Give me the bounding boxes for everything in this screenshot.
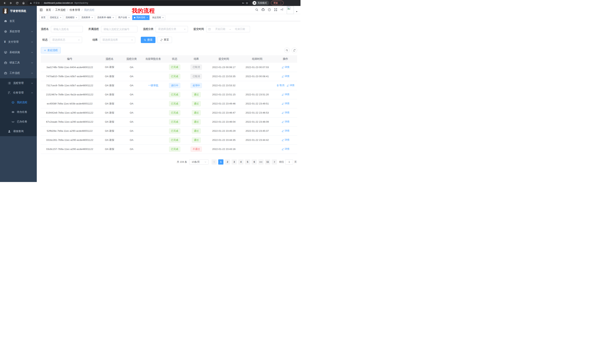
- security-label[interactable]: 不安全: [33, 1, 40, 5]
- close-icon[interactable]: ×: [147, 16, 148, 19]
- close-icon[interactable]: ×: [128, 16, 130, 19]
- page-button-3[interactable]: 3: [232, 159, 237, 164]
- refresh-icon: [160, 39, 163, 41]
- prev-page-button[interactable]: [211, 159, 217, 164]
- submit-time-range[interactable]: 开始日期 - 结束日期: [206, 26, 250, 32]
- process-name-input[interactable]: [51, 26, 83, 32]
- navbar-actions: ?: [255, 6, 298, 14]
- github-icon[interactable]: [261, 8, 265, 11]
- url-bar[interactable]: 不安全 dashboard.yudao.iocoder.cn/bpm/task/…: [28, 1, 250, 5]
- home-icon[interactable]: [21, 1, 26, 5]
- page-button-1[interactable]: 1: [218, 159, 223, 164]
- goto-page-input[interactable]: [285, 159, 293, 164]
- update-button[interactable]: 更新 ⋮: [271, 1, 284, 5]
- page-button-5[interactable]: 5: [245, 159, 250, 164]
- gear-icon: [4, 30, 7, 33]
- action-detail[interactable]: 详情: [281, 138, 289, 142]
- logo[interactable]: 芋道管理系统: [0, 6, 37, 16]
- help-icon[interactable]: ?: [268, 8, 271, 11]
- bookmark-star-icon[interactable]: [246, 2, 248, 4]
- action-detail[interactable]: 详情: [281, 66, 289, 69]
- browser-menu-icon[interactable]: ⋮: [280, 2, 282, 4]
- close-icon[interactable]: ×: [91, 16, 93, 19]
- sidebar-item-system[interactable]: 系统管理: [0, 26, 37, 37]
- sidebar-item-infra[interactable]: 基础设施: [0, 47, 37, 57]
- next-page-button[interactable]: [272, 159, 277, 164]
- process-definition-input[interactable]: [101, 26, 137, 32]
- font-size-icon[interactable]: [280, 8, 284, 11]
- sidebar-item-payment[interactable]: ¥支付管理: [0, 37, 37, 47]
- sidebar-item-done-task[interactable]: 已办任务: [0, 117, 37, 126]
- page-button-4[interactable]: 4: [238, 159, 243, 164]
- close-icon[interactable]: ×: [112, 16, 114, 19]
- action-detail[interactable]: 详情: [287, 84, 294, 87]
- start-date-placeholder[interactable]: 开始日期: [212, 28, 228, 31]
- sidebar-item-workflow[interactable]: 工作流程: [0, 68, 37, 78]
- breadcrumb-item[interactable]: 首页: [46, 8, 51, 12]
- reload-icon[interactable]: [15, 1, 19, 5]
- category-select[interactable]: 请选择流程分类: [156, 26, 188, 32]
- tab-流程表单[interactable]: 流程表单×: [80, 15, 95, 20]
- result-select[interactable]: 请选择流结果: [100, 37, 135, 43]
- create-process-button[interactable]: 发起流程: [41, 47, 61, 53]
- close-icon[interactable]: ×: [76, 16, 77, 19]
- table-row: 3ad174fb-7b9d-11ec-8404-acde48001122OA 请…: [41, 63, 297, 72]
- page-button-11[interactable]: 11: [265, 159, 270, 164]
- more-pages-button[interactable]: •••: [258, 159, 263, 164]
- fullscreen-icon[interactable]: [274, 8, 277, 11]
- column-header: 流程名: [99, 55, 121, 63]
- sidebar-item-process-mgmt[interactable]: 流程管理: [0, 78, 37, 88]
- action-detail[interactable]: 详情: [281, 75, 289, 78]
- filter-definition-label: 所属流程: [88, 28, 99, 31]
- action-detail[interactable]: 详情: [281, 102, 289, 105]
- search-button[interactable]: 搜索: [141, 37, 155, 43]
- page-button-2[interactable]: 2: [225, 159, 230, 164]
- total-count: 共 104 条: [177, 160, 187, 164]
- yen-icon: ¥: [4, 40, 8, 44]
- action-detail[interactable]: 详情: [281, 120, 289, 123]
- tab-流程模型[interactable]: 流程模型×: [64, 15, 79, 20]
- tab-用户分组[interactable]: 用户分组×: [116, 15, 131, 20]
- action-detail[interactable]: 详情: [281, 93, 289, 96]
- back-icon[interactable]: [2, 1, 7, 5]
- cell-end-time: 2022-01-22 23:49:51: [240, 99, 274, 108]
- end-date-placeholder[interactable]: 结束日期: [232, 28, 248, 31]
- breadcrumb-item[interactable]: 工作流程: [55, 8, 66, 12]
- cell-task: 一级审批: [143, 81, 164, 90]
- sidebar-item-task-mgmt[interactable]: 任务管理: [0, 88, 37, 98]
- refresh-table-button[interactable]: [291, 48, 297, 53]
- tab-我的流程[interactable]: 我的流程×: [132, 15, 150, 20]
- close-icon[interactable]: ×: [60, 16, 61, 19]
- robot-icon: [11, 101, 14, 104]
- sidebar-item-home[interactable]: 首页: [0, 16, 37, 26]
- action-detail[interactable]: 详情: [281, 129, 289, 133]
- chevron-down-icon: [31, 62, 33, 64]
- page-button-6[interactable]: 6: [252, 159, 257, 164]
- sidebar-item-devtools[interactable]: 研发工具: [0, 57, 37, 68]
- tab-流程表单-编辑[interactable]: 流程表单-编辑×: [95, 15, 116, 20]
- tab-流程定义[interactable]: 流程定义×: [48, 15, 63, 20]
- collapse-menu-icon[interactable]: [39, 8, 43, 12]
- close-icon[interactable]: ×: [162, 16, 164, 19]
- avatar[interactable]: [287, 6, 294, 14]
- caret-down-icon[interactable]: [296, 11, 298, 12]
- show-search-button[interactable]: [284, 48, 290, 53]
- cell-submit-time: 2022-01-22 23:53:32: [207, 81, 240, 90]
- tab-首页[interactable]: 首页: [39, 15, 47, 20]
- action-cancel[interactable]: 取消: [277, 84, 284, 87]
- edit-icon: [281, 130, 284, 132]
- reset-button[interactable]: 重置: [157, 37, 172, 43]
- key-icon[interactable]: [242, 2, 244, 4]
- sidebar-item-todo-task[interactable]: 待办任务: [0, 107, 37, 117]
- action-detail[interactable]: 详情: [281, 111, 289, 114]
- status-select[interactable]: 请选择状态: [50, 37, 82, 43]
- forward-icon[interactable]: [9, 1, 13, 5]
- sidebar-item-leave-query[interactable]: 请假查询: [0, 126, 37, 136]
- page-size-select[interactable]: 10条/页: [189, 159, 209, 164]
- sidebar-item-my-process[interactable]: 我的流程: [0, 98, 37, 107]
- breadcrumb-item[interactable]: 任务管理: [70, 8, 80, 12]
- search-icon[interactable]: [255, 8, 258, 11]
- tab-发起流程[interactable]: 发起流程×: [150, 15, 165, 20]
- action-detail[interactable]: 详情: [281, 147, 289, 151]
- task-link[interactable]: 一级审批: [148, 84, 159, 87]
